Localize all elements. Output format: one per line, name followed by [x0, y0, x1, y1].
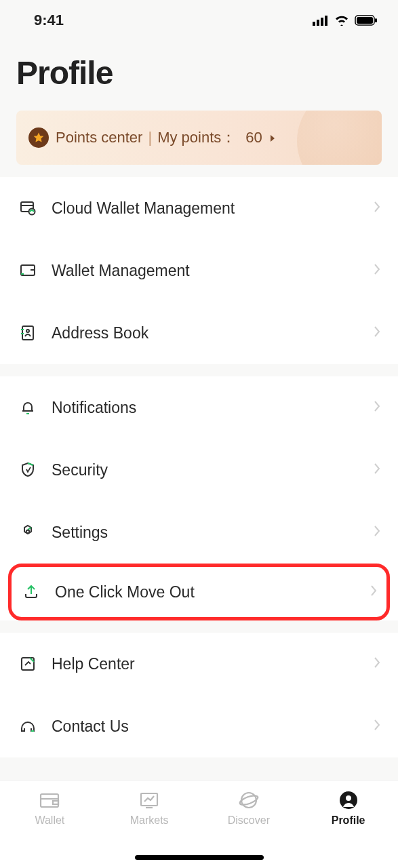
wifi-icon [334, 15, 349, 26]
chevron-right-icon [374, 201, 380, 216]
status-time: 9:41 [34, 12, 64, 29]
svg-rect-2 [321, 18, 323, 26]
svg-rect-15 [53, 801, 58, 804]
one-click-move-out-item[interactable]: One Click Move Out [8, 564, 390, 620]
notifications-item[interactable]: Notifications [0, 376, 398, 439]
status-bar: 9:41 [0, 0, 398, 41]
address-book-item[interactable]: Address Book [0, 302, 398, 364]
svg-rect-0 [313, 22, 315, 26]
list-item-label: Address Book [52, 324, 374, 342]
settings-item[interactable]: Settings [0, 501, 398, 564]
list-item-label: Cloud Wallet Management [52, 199, 374, 218]
list-group-1: Cloud Wallet Management Wallet Managemen… [0, 177, 398, 364]
nav-markets[interactable]: Markets [108, 790, 190, 827]
battery-icon [355, 15, 378, 26]
gear-icon [18, 522, 38, 542]
chevron-right-icon [374, 326, 380, 340]
address-book-icon [18, 323, 38, 343]
chevron-right-icon [374, 263, 380, 278]
svg-rect-1 [317, 20, 319, 26]
svg-point-12 [26, 530, 30, 534]
shield-icon [18, 460, 38, 480]
list-item-label: Wallet Management [52, 262, 374, 280]
nav-wallet[interactable]: Wallet [9, 790, 90, 827]
chevron-right-icon [269, 129, 276, 146]
wallet-mgmt-icon [18, 260, 38, 281]
list-item-label: One Click Move Out [55, 583, 370, 601]
svg-point-20 [346, 795, 351, 801]
svg-rect-5 [357, 17, 373, 24]
page-title: Profile [0, 41, 398, 111]
nav-profile[interactable]: Profile [308, 790, 389, 827]
cloud-wallet-management-item[interactable]: Cloud Wallet Management [0, 177, 398, 239]
list-item-label: Notifications [52, 399, 374, 417]
chevron-right-icon [374, 400, 380, 415]
cloud-wallet-icon [18, 198, 38, 218]
chevron-right-icon [370, 585, 377, 599]
points-value: 60 [245, 129, 262, 146]
status-icons [313, 15, 378, 26]
nav-label: Profile [332, 814, 365, 827]
svg-point-11 [26, 330, 29, 332]
help-center-item[interactable]: Help Center [0, 633, 398, 695]
svg-point-18 [239, 794, 259, 807]
list-item-label: Settings [52, 524, 374, 542]
list-item-label: Contact Us [52, 717, 374, 736]
coin-decoration [297, 111, 382, 165]
chevron-right-icon [374, 656, 380, 671]
home-indicator [135, 855, 264, 860]
nav-label: Wallet [35, 814, 64, 827]
points-center-label: Points center [56, 129, 142, 146]
markets-nav-icon [138, 790, 161, 810]
points-center-banner[interactable]: Points center | My points： 60 [16, 111, 382, 165]
upload-icon [21, 582, 41, 602]
chevron-right-icon [374, 525, 380, 540]
points-text: Points center | My points： 60 [56, 127, 276, 148]
wallet-management-item[interactable]: Wallet Management [0, 239, 398, 302]
list-item-label: Security [52, 461, 374, 479]
help-icon [18, 654, 38, 674]
list-group-2: Notifications Security Settings [0, 376, 398, 620]
chevron-right-icon [374, 462, 380, 477]
nav-label: Discover [228, 814, 270, 827]
discover-nav-icon [237, 790, 260, 810]
nav-label: Markets [130, 814, 169, 827]
nav-discover[interactable]: Discover [208, 790, 290, 827]
chevron-right-icon [374, 719, 380, 734]
wallet-nav-icon [38, 790, 61, 810]
svg-rect-3 [325, 16, 327, 26]
svg-rect-6 [375, 18, 377, 22]
star-icon [28, 127, 49, 148]
bell-icon [18, 397, 38, 418]
contact-icon [18, 716, 38, 736]
list-group-3: Help Center Contact Us [0, 633, 398, 757]
security-item[interactable]: Security [0, 439, 398, 501]
my-points-label: My points： [157, 127, 236, 148]
points-separator: | [148, 129, 152, 146]
contact-us-item[interactable]: Contact Us [0, 695, 398, 757]
list-item-label: Help Center [52, 655, 374, 673]
cellular-signal-icon [313, 15, 329, 26]
profile-nav-icon [337, 790, 360, 810]
